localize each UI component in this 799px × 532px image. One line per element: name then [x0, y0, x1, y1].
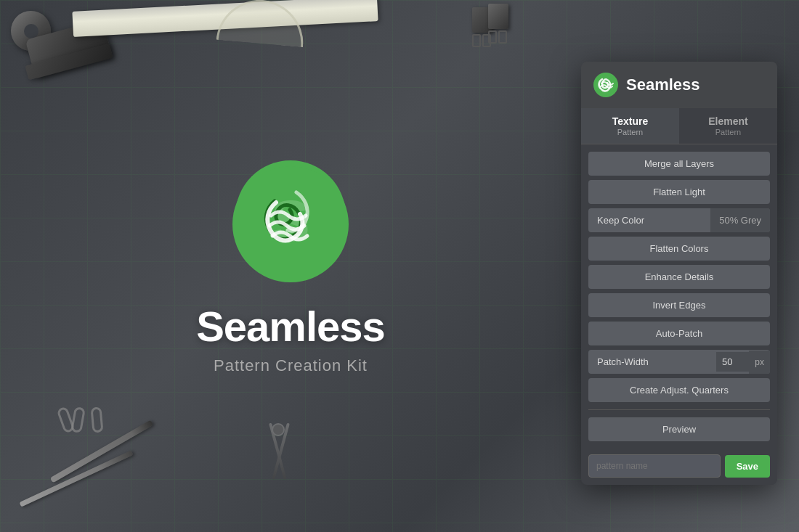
panel-body: Merge all Layers Flatten Light Keep Colo… — [581, 144, 777, 449]
flatten-colors-button[interactable]: Flatten Colors — [588, 237, 770, 261]
brand-subtitle: Pattern Creation Kit — [214, 356, 368, 375]
tab-element-sub: Pattern — [685, 128, 771, 136]
main-content: S Seamless Pattern Creation Kit — [0, 0, 799, 532]
panel-brand-name: Seamless — [626, 75, 700, 94]
logo-wrapper: S — [231, 165, 351, 287]
preview-button[interactable]: Preview — [588, 417, 770, 441]
tab-texture[interactable]: Texture Pattern — [581, 108, 679, 144]
patch-width-row: Patch-Width px — [588, 350, 770, 374]
tab-element-label: Element — [685, 115, 771, 127]
keep-color-value: 50% Grey — [710, 208, 770, 232]
flatten-light-button[interactable]: Flatten Light — [588, 180, 770, 204]
patch-width-unit: px — [749, 351, 770, 374]
tab-bar: Texture Pattern Element Pattern — [581, 108, 777, 144]
logo-svg: S — [231, 165, 351, 285]
patch-width-input[interactable] — [716, 352, 749, 372]
invert-edges-button[interactable]: Invert Edges — [588, 293, 770, 317]
tab-element[interactable]: Element Pattern — [679, 108, 777, 144]
keep-color-row: Keep Color 50% Grey — [588, 208, 770, 232]
panel-footer: Save — [581, 449, 777, 485]
merge-all-layers-button[interactable]: Merge all Layers — [588, 152, 770, 176]
patch-width-label: Patch-Width — [588, 350, 716, 374]
pattern-name-input[interactable] — [588, 454, 721, 478]
brand-title: Seamless — [196, 302, 385, 351]
panel-header: Seamless — [581, 62, 777, 108]
branding-area: S Seamless Pattern Creation Kit — [0, 128, 581, 404]
plugin-panel: Seamless Texture Pattern Element Pattern… — [581, 62, 777, 485]
create-adjust-button[interactable]: Create Adjust. Quarters — [588, 378, 770, 402]
tab-texture-sub: Pattern — [587, 128, 673, 136]
divider — [588, 409, 770, 410]
panel-logo-icon — [593, 72, 619, 98]
auto-patch-button[interactable]: Auto-Patch — [588, 322, 770, 345]
save-button[interactable]: Save — [725, 455, 770, 478]
keep-color-label: Keep Color — [588, 208, 710, 232]
tab-texture-label: Texture — [587, 115, 673, 127]
enhance-details-button[interactable]: Enhance Details — [588, 265, 770, 289]
